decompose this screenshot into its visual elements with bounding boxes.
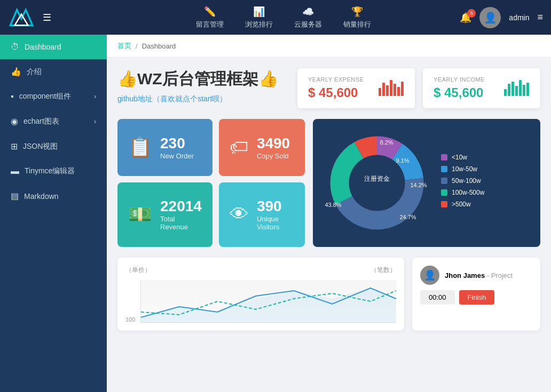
sidebar-item-markdown[interactable]: ▤ Markdown bbox=[0, 183, 107, 209]
browse-icon: 📊 bbox=[253, 6, 265, 18]
copy-sold-label: Copy Sold bbox=[257, 152, 290, 160]
svg-text:24.7%: 24.7% bbox=[399, 214, 416, 220]
svg-text:9.1%: 9.1% bbox=[396, 157, 409, 164]
revenue-icon: 💵 bbox=[128, 203, 152, 226]
svg-rect-7 bbox=[397, 87, 400, 96]
admin-label[interactable]: admin bbox=[509, 13, 529, 22]
hero-text: 👍WZ后台管理框架👍 github地址（喜欢就点个start呗） bbox=[117, 68, 287, 104]
nav-item-cloud[interactable]: ☁️ 云服务器 bbox=[294, 6, 322, 29]
nav-items: ✏️ 留言管理 📊 浏览排行 ☁️ 云服务器 🏆 销量排行 bbox=[107, 6, 460, 29]
legend-label-100-500w: 100w-500w bbox=[452, 189, 484, 196]
activity-avatar: 👤 bbox=[420, 266, 439, 285]
legend-item-50-100w: 50w-100w bbox=[441, 177, 484, 185]
legend-label-gt500w: >500w bbox=[452, 201, 471, 208]
nav-item-sales[interactable]: 🏆 销量排行 bbox=[343, 6, 371, 29]
hero-link[interactable]: github地址（喜欢就点个start呗） bbox=[117, 94, 287, 104]
breadcrumb: 首页 / Dashboard bbox=[107, 35, 551, 58]
message-icon: ✏️ bbox=[204, 6, 216, 18]
svg-rect-9 bbox=[504, 89, 507, 96]
chart-body: 100 bbox=[125, 280, 396, 323]
sidebar-item-echart[interactable]: ◉ echart图表 › bbox=[0, 109, 107, 134]
svg-rect-2 bbox=[379, 88, 381, 96]
legend-dot-50-100w bbox=[441, 178, 447, 184]
chart-right-label: （笔数） bbox=[371, 266, 396, 275]
svg-rect-15 bbox=[526, 83, 529, 96]
svg-rect-11 bbox=[511, 82, 514, 96]
sidebar-item-tinymce[interactable]: ▬ Tinymce编辑器 bbox=[0, 159, 107, 183]
hero-title: 👍WZ后台管理框架👍 bbox=[117, 68, 287, 89]
unique-visitors-label: Unique Visitors bbox=[257, 215, 294, 231]
sidebar-item-dashboard[interactable]: ⏱ Dashboard bbox=[0, 35, 107, 59]
nav-item-browse[interactable]: 📊 浏览排行 bbox=[245, 6, 273, 29]
svg-text:8.2%: 8.2% bbox=[380, 139, 393, 146]
legend-dot-10-50w bbox=[441, 166, 447, 172]
nav-label-sales: 销量排行 bbox=[343, 20, 371, 29]
yearly-income-label: YEARLY INCOME bbox=[434, 76, 485, 83]
chart-left-label: （单价） bbox=[125, 266, 151, 275]
legend-label-lt10w: <10w bbox=[452, 154, 467, 161]
bell-button[interactable]: 🔔 5 bbox=[460, 12, 471, 23]
intro-icon: 👍 bbox=[11, 67, 21, 77]
total-revenue-card: 💵 22014 Total Revenue bbox=[117, 182, 212, 247]
nav-label-cloud: 云服务器 bbox=[294, 20, 322, 29]
sidebar: ⏱ Dashboard 👍 介绍 ▪ component组件 › ◉ echar… bbox=[0, 35, 107, 392]
svg-rect-4 bbox=[386, 85, 389, 96]
svg-marker-28 bbox=[141, 288, 396, 323]
total-revenue-label: Total Revenue bbox=[160, 215, 202, 231]
new-order-card: 📋 230 New Order bbox=[117, 119, 212, 176]
nav-right: 🔔 5 👤 admin ≡ bbox=[460, 7, 551, 28]
activity-header: 👤 Jhon James - Project bbox=[420, 266, 532, 285]
svg-text:43.8%: 43.8% bbox=[325, 202, 341, 208]
markdown-icon: ▤ bbox=[11, 191, 19, 201]
nav-label-message: 留言管理 bbox=[196, 20, 224, 29]
component-icon: ▪ bbox=[11, 92, 14, 101]
svg-text:注册资金: 注册资金 bbox=[364, 175, 390, 182]
income-chart-icon bbox=[503, 77, 530, 100]
timer-display: 00:00 bbox=[420, 290, 455, 305]
breadcrumb-home[interactable]: 首页 bbox=[117, 41, 131, 51]
yearly-expense-value: $ 45,600 bbox=[308, 85, 364, 100]
unique-visitors-card: 👁 390 Unique Visitors bbox=[219, 182, 305, 247]
json-icon: ⊞ bbox=[11, 141, 18, 151]
donut-chart-card: 注册资金 9.1% 8.2% 14.2% 43.8% 24.7% bbox=[313, 119, 540, 247]
sidebar-label-dashboard: Dashboard bbox=[25, 43, 61, 51]
hamburger-button[interactable]: ☰ bbox=[40, 9, 54, 26]
menu-dots[interactable]: ≡ bbox=[537, 12, 543, 23]
sidebar-label-markdown: Markdown bbox=[24, 192, 59, 201]
breadcrumb-sep: / bbox=[136, 42, 138, 50]
avatar[interactable]: 👤 bbox=[479, 7, 501, 28]
yearly-expense-card: YEARLY EXPENSE $ 45,600 bbox=[297, 68, 415, 108]
svg-text:14.2%: 14.2% bbox=[410, 182, 427, 188]
layout: ⏱ Dashboard 👍 介绍 ▪ component组件 › ◉ echar… bbox=[0, 35, 551, 392]
sidebar-label-intro: 介绍 bbox=[27, 67, 42, 77]
svg-marker-0 bbox=[10, 10, 33, 25]
tinymce-icon: ▬ bbox=[11, 166, 19, 176]
new-order-number: 230 bbox=[160, 135, 194, 152]
stats-top: YEARLY EXPENSE $ 45,600 bbox=[297, 68, 540, 108]
sidebar-item-intro[interactable]: 👍 介绍 bbox=[0, 59, 107, 84]
nav-item-message[interactable]: ✏️ 留言管理 bbox=[196, 6, 224, 29]
legend-dot-lt10w bbox=[441, 154, 447, 161]
hero-section: 👍WZ后台管理框架👍 github地址（喜欢就点个start呗） YEARLY … bbox=[117, 68, 540, 108]
legend-item-100-500w: 100w-500w bbox=[441, 189, 484, 196]
sidebar-label-component: component组件 bbox=[19, 92, 71, 101]
breadcrumb-current: Dashboard bbox=[142, 42, 176, 50]
sidebar-item-component[interactable]: ▪ component组件 › bbox=[0, 84, 107, 109]
svg-rect-5 bbox=[390, 80, 392, 96]
cloud-icon: ☁️ bbox=[302, 6, 314, 18]
nav-label-browse: 浏览排行 bbox=[245, 20, 273, 29]
svg-rect-8 bbox=[401, 82, 404, 96]
stats-grid: 📋 230 New Order 🏷 3490 Copy Sold bbox=[117, 119, 305, 247]
legend-dot-gt500w bbox=[441, 201, 447, 207]
new-order-icon: 📋 bbox=[128, 136, 152, 158]
trophy-icon: 🏆 bbox=[351, 6, 363, 18]
sidebar-label-echart: echart图表 bbox=[23, 117, 59, 126]
logo-area: ☰ bbox=[0, 7, 107, 28]
copy-sold-card: 🏷 3490 Copy Sold bbox=[219, 119, 305, 176]
new-order-label: New Order bbox=[160, 152, 194, 160]
logo-icon bbox=[8, 7, 35, 28]
sidebar-item-json[interactable]: ⊞ JSON视图 bbox=[0, 134, 107, 159]
finish-button[interactable]: Finish bbox=[459, 290, 495, 305]
donut-chart: 注册资金 9.1% 8.2% 14.2% 43.8% 24.7% bbox=[324, 130, 430, 236]
legend-label-10-50w: 10w-50w bbox=[452, 165, 477, 173]
